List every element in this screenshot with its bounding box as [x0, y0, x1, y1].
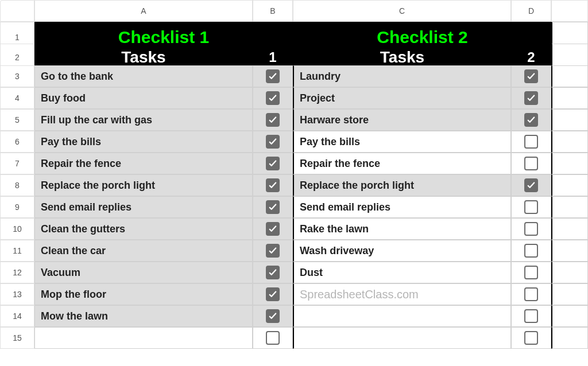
blank-cell[interactable]: [551, 174, 588, 196]
checklist1-check-cell[interactable]: [253, 218, 293, 240]
checklist1-checkbox[interactable]: [266, 178, 280, 192]
checklist1-check-cell[interactable]: [253, 87, 293, 109]
checklist1-check-cell[interactable]: [253, 283, 293, 305]
checklist1-task-cell[interactable]: [34, 327, 253, 349]
checklist2-checkbox[interactable]: [524, 266, 538, 279]
checklist1-checkbox[interactable]: [266, 200, 280, 214]
row-header-8[interactable]: 8: [0, 174, 34, 196]
row-header-4[interactable]: 4: [0, 87, 34, 109]
checklist1-task-cell[interactable]: Clean the car: [34, 240, 253, 262]
blank-cell[interactable]: [551, 109, 588, 131]
checklist2-task-cell[interactable]: Dust: [293, 262, 511, 283]
checklist1-check-cell[interactable]: [253, 327, 293, 349]
checklist1-checkbox[interactable]: [266, 113, 280, 127]
blank-cell[interactable]: [551, 240, 588, 262]
column-header-C[interactable]: C: [293, 0, 511, 22]
checklist2-task-cell[interactable]: [293, 327, 511, 349]
checklist1-check-cell[interactable]: [253, 196, 293, 218]
blank-cell[interactable]: [551, 327, 588, 349]
row-header-14[interactable]: 14: [0, 305, 34, 327]
checklist1-check-cell[interactable]: [253, 305, 293, 327]
blank-cell[interactable]: [551, 283, 588, 305]
checklist1-check-cell[interactable]: [253, 109, 293, 131]
row-header-3[interactable]: 3: [0, 65, 34, 87]
checklist2-check-cell[interactable]: [511, 65, 551, 87]
checklist2-check-cell[interactable]: [511, 196, 551, 218]
checklist1-task-cell[interactable]: Repair the fence: [34, 153, 253, 174]
column-header-B[interactable]: B: [253, 0, 293, 22]
checklist2-checkbox[interactable]: [524, 69, 538, 83]
checklist2-checkbox[interactable]: [524, 135, 538, 149]
checklist2-checkbox[interactable]: [524, 287, 538, 301]
checklist2-check-cell[interactable]: [511, 87, 551, 109]
checklist1-task-cell[interactable]: Pay the bills: [34, 131, 253, 153]
blank-cell[interactable]: [551, 218, 588, 240]
checklist1-task-cell[interactable]: Clean the gutters: [34, 218, 253, 240]
checklist2-checkbox[interactable]: [524, 178, 538, 192]
row-header-15[interactable]: 15: [0, 327, 34, 349]
checklist2-task-cell[interactable]: Laundry: [293, 65, 511, 87]
row-header-12[interactable]: 12: [0, 262, 34, 283]
checklist1-checkbox[interactable]: [266, 91, 280, 105]
checklist2-check-cell[interactable]: [511, 153, 551, 174]
checklist1-task-cell[interactable]: Buy food: [34, 87, 253, 109]
row-header-11[interactable]: 11: [0, 240, 34, 262]
checklist2-check-cell[interactable]: [511, 174, 551, 196]
column-header-A[interactable]: A: [34, 0, 253, 22]
checklist2-check-cell[interactable]: [511, 327, 551, 349]
checklist1-task-cell[interactable]: Replace the porch light: [34, 174, 253, 196]
blank-cell[interactable]: [551, 65, 588, 87]
checklist2-task-cell[interactable]: Pay the bills: [293, 131, 511, 153]
blank-cell[interactable]: [551, 196, 588, 218]
blank-cell[interactable]: [551, 131, 588, 153]
checklist2-checkbox[interactable]: [524, 157, 538, 170]
checklist1-task-cell[interactable]: Mop the floor: [34, 283, 253, 305]
checklist2-check-cell[interactable]: [511, 240, 551, 262]
checklist1-task-cell[interactable]: Go to the bank: [34, 65, 253, 87]
checklist1-check-cell[interactable]: [253, 65, 293, 87]
checklist2-task-cell[interactable]: Project: [293, 87, 511, 109]
row-header-5[interactable]: 5: [0, 109, 34, 131]
checklist2-check-cell[interactable]: [511, 131, 551, 153]
checklist1-check-cell[interactable]: [253, 262, 293, 283]
checklist2-checkbox[interactable]: [524, 222, 538, 236]
checklist2-checkbox[interactable]: [524, 309, 538, 323]
blank-cell[interactable]: [551, 262, 588, 283]
checklist2-check-cell[interactable]: [511, 109, 551, 131]
row-header-13[interactable]: 13: [0, 283, 34, 305]
checklist2-check-cell[interactable]: [511, 305, 551, 327]
checklist1-checkbox[interactable]: [266, 266, 280, 279]
checklist2-task-cell[interactable]: Replace the porch light: [293, 174, 511, 196]
checklist1-checkbox[interactable]: [266, 331, 280, 345]
checklist2-check-cell[interactable]: [511, 218, 551, 240]
checklist1-check-cell[interactable]: [253, 240, 293, 262]
checklist2-checkbox[interactable]: [524, 244, 538, 258]
blank-cell[interactable]: [551, 87, 588, 109]
checklist1-task-cell[interactable]: Vacuum: [34, 262, 253, 283]
checklist2-checkbox[interactable]: [524, 331, 538, 345]
checklist2-task-cell[interactable]: [293, 305, 511, 327]
checklist1-task-cell[interactable]: Send email replies: [34, 196, 253, 218]
checklist1-checkbox[interactable]: [266, 135, 280, 149]
checklist2-task-cell[interactable]: Send email replies: [293, 196, 511, 218]
checklist1-checkbox[interactable]: [266, 287, 280, 301]
checklist2-checkbox[interactable]: [524, 200, 538, 214]
checklist1-task-cell[interactable]: Fill up the car with gas: [34, 109, 253, 131]
blank-cell[interactable]: [551, 153, 588, 174]
checklist2-task-cell[interactable]: SpreadsheetClass.com: [293, 283, 511, 305]
checklist2-check-cell[interactable]: [511, 262, 551, 283]
row-header-9[interactable]: 9: [0, 196, 34, 218]
checklist1-check-cell[interactable]: [253, 131, 293, 153]
checklist1-checkbox[interactable]: [266, 309, 280, 323]
row-header-6[interactable]: 6: [0, 131, 34, 153]
column-header-D[interactable]: D: [511, 0, 551, 22]
checklist1-check-cell[interactable]: [253, 174, 293, 196]
row-header-7[interactable]: 7: [0, 153, 34, 174]
row-header-10[interactable]: 10: [0, 218, 34, 240]
checklist1-check-cell[interactable]: [253, 153, 293, 174]
checklist1-checkbox[interactable]: [266, 222, 280, 236]
checklist1-checkbox[interactable]: [266, 244, 280, 258]
checklist2-task-cell[interactable]: Repair the fence: [293, 153, 511, 174]
checklist2-checkbox[interactable]: [524, 113, 538, 127]
checklist2-task-cell[interactable]: Rake the lawn: [293, 218, 511, 240]
